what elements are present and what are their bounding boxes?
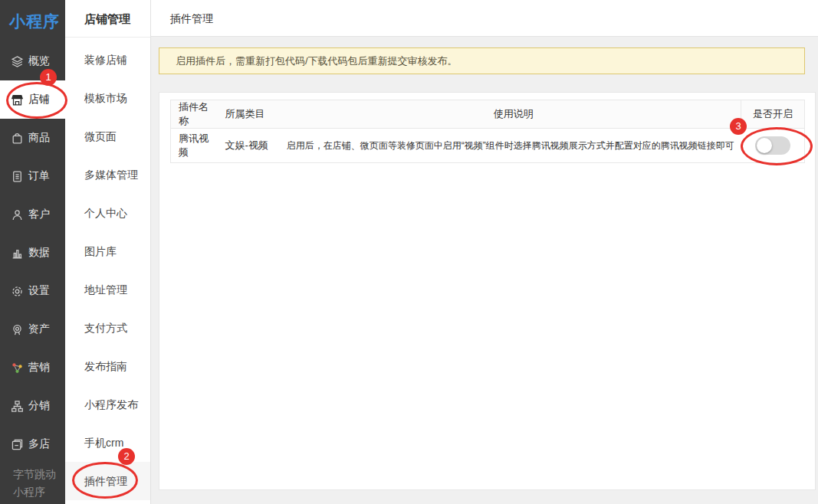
shop-icon bbox=[11, 93, 24, 106]
sidebar-item-label: 资产 bbox=[28, 322, 50, 336]
distribution-icon bbox=[11, 400, 24, 413]
sidebar-item-label: 设置 bbox=[28, 284, 50, 298]
sidebar-item-customers[interactable]: 客户 bbox=[0, 195, 65, 234]
notice-banner: 启用插件后，需重新打包代码/下载代码包后重新提交审核发布。 bbox=[159, 47, 805, 74]
bag-icon bbox=[11, 132, 24, 145]
submenu-item-micro-page[interactable]: 微页面 bbox=[65, 117, 150, 155]
layers-icon bbox=[11, 55, 24, 68]
cell-usage-description: 启用后，在店铺、微页面等装修页面中启用“视频”组件时选择腾讯视频展示方式并配置对… bbox=[287, 129, 741, 163]
cell-category: 文娱-视频 bbox=[218, 129, 287, 163]
submenu-item-personal-center[interactable]: 个人中心 bbox=[65, 194, 150, 232]
sidebar-item-label: 概览 bbox=[28, 54, 50, 68]
sidebar-item-label: 营销 bbox=[28, 361, 50, 375]
submenu-item-decorate-shop[interactable]: 装修店铺 bbox=[65, 41, 150, 79]
sidebar-item-label: 客户 bbox=[28, 208, 50, 221]
sidebar-item-label: 店铺 bbox=[28, 93, 50, 106]
sidebar-item-assets[interactable]: 资产 bbox=[0, 310, 65, 349]
sidebar-item-multistore[interactable]: 多店 bbox=[0, 425, 65, 463]
customer-icon bbox=[11, 208, 24, 221]
table-header-row: 插件名称 所属类目 使用说明 是否开启 bbox=[171, 100, 805, 129]
primary-sidebar: 小程序 概览 店铺 商品 订单 客户 数据 设置 bbox=[0, 0, 65, 504]
sidebar-footer-line2: 小程序 bbox=[13, 483, 65, 501]
column-header-enabled: 是否开启 bbox=[741, 100, 804, 129]
plugin-table: 插件名称 所属类目 使用说明 是否开启 腾讯视频 文娱-视频 启用后，在店铺、微… bbox=[170, 100, 805, 163]
submenu-item-miniprogram-publish[interactable]: 小程序发布 bbox=[65, 385, 150, 424]
chart-icon bbox=[11, 247, 24, 260]
tab-plugin-management[interactable]: 插件管理 bbox=[151, 0, 213, 37]
submenu-item-payment[interactable]: 支付方式 bbox=[65, 309, 150, 347]
sidebar-item-distribution[interactable]: 分销 bbox=[0, 387, 65, 425]
table-row: 腾讯视频 文娱-视频 启用后，在店铺、微页面等装修页面中启用“视频”组件时选择腾… bbox=[171, 129, 805, 163]
main-content: 启用插件后，需重新打包代码/下载代码包后重新提交审核发布。 插件名称 所属类目 … bbox=[151, 38, 818, 504]
sidebar-item-label: 数据 bbox=[28, 246, 50, 260]
toggle-knob bbox=[757, 138, 772, 153]
cell-toggle bbox=[741, 129, 804, 163]
plugin-panel: 插件名称 所属类目 使用说明 是否开启 腾讯视频 文娱-视频 启用后，在店铺、微… bbox=[159, 92, 816, 490]
app-logo: 小程序 bbox=[0, 0, 65, 42]
sidebar-item-label: 多店 bbox=[28, 437, 50, 451]
sidebar-footer-bytedance[interactable]: 字节跳动 小程序 bbox=[0, 466, 65, 501]
sidebar-item-label: 订单 bbox=[28, 169, 50, 183]
gear-icon bbox=[11, 285, 24, 298]
order-icon bbox=[11, 170, 24, 183]
submenu-item-address[interactable]: 地址管理 bbox=[65, 270, 150, 309]
column-header-plugin-name: 插件名称 bbox=[171, 100, 218, 129]
sidebar-item-shop[interactable]: 店铺 bbox=[0, 80, 65, 119]
submenu-item-publish-guide[interactable]: 发布指南 bbox=[65, 347, 150, 385]
submenu-item-template-market[interactable]: 模板市场 bbox=[65, 79, 150, 117]
sidebar-item-goods[interactable]: 商品 bbox=[0, 119, 65, 157]
sidebar-item-marketing[interactable]: 营销 bbox=[0, 349, 65, 387]
sidebar-item-data[interactable]: 数据 bbox=[0, 234, 65, 272]
submenu-list: 装修店铺 模板市场 微页面 多媒体管理 个人中心 图片库 地址管理 支付方式 发… bbox=[65, 38, 150, 500]
secondary-sidebar: 店铺管理 装修店铺 模板市场 微页面 多媒体管理 个人中心 图片库 地址管理 支… bbox=[65, 0, 151, 504]
sidebar-item-label: 分销 bbox=[28, 399, 50, 413]
submenu-title: 店铺管理 bbox=[65, 0, 150, 38]
submenu-item-mobile-crm[interactable]: 手机crm bbox=[65, 424, 150, 462]
app-window: 小程序 概览 店铺 商品 订单 客户 数据 设置 bbox=[0, 0, 818, 504]
sidebar-footer-line1: 字节跳动 bbox=[13, 466, 65, 483]
multistore-icon bbox=[11, 438, 24, 451]
sidebar-item-label: 商品 bbox=[28, 131, 50, 145]
sidebar-item-orders[interactable]: 订单 bbox=[0, 157, 65, 195]
asset-icon bbox=[11, 323, 24, 336]
column-header-category: 所属类目 bbox=[218, 100, 287, 129]
submenu-item-image-library[interactable]: 图片库 bbox=[65, 232, 150, 270]
column-header-usage: 使用说明 bbox=[287, 100, 741, 129]
sidebar-item-overview[interactable]: 概览 bbox=[0, 42, 65, 80]
marketing-icon bbox=[11, 362, 24, 375]
submenu-item-multimedia[interactable]: 多媒体管理 bbox=[65, 155, 150, 194]
enable-toggle[interactable] bbox=[755, 136, 790, 155]
submenu-item-plugin-management[interactable]: 插件管理 bbox=[65, 462, 150, 500]
main-header: 插件管理 bbox=[151, 0, 818, 37]
cell-plugin-name: 腾讯视频 bbox=[171, 129, 218, 163]
sidebar-item-settings[interactable]: 设置 bbox=[0, 272, 65, 310]
